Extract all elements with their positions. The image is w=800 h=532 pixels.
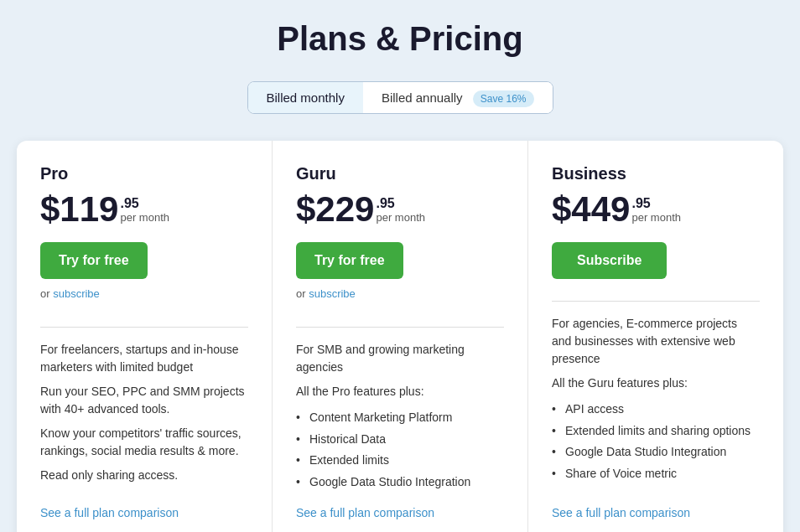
- price-row-pro: $119 .95 per month: [40, 192, 248, 227]
- price-main-guru: $229: [296, 192, 374, 227]
- plan-card-business: Business $449 .95 per month Subscribe Fo…: [528, 141, 783, 532]
- try-free-button-guru[interactable]: Try for free: [296, 242, 403, 279]
- billing-annually-button[interactable]: Billed annually Save 16%: [363, 82, 553, 113]
- price-cents-guru: .95: [376, 195, 425, 211]
- or-subscribe-pro: or subscribe: [40, 287, 248, 300]
- divider-pro: [40, 327, 248, 328]
- list-item: Google Data Studio Integration: [552, 442, 760, 463]
- plan-name-guru: Guru: [296, 164, 504, 183]
- list-item: Content Marketing Platform: [296, 407, 504, 429]
- plan-desc-pro-1: Run your SEO, PPC and SMM projects with …: [40, 383, 248, 418]
- list-item: Extended limits and sharing options: [552, 421, 760, 442]
- price-period-pro: per month: [120, 211, 169, 225]
- divider-business: [552, 301, 760, 302]
- list-item: API access: [552, 399, 760, 421]
- see-full-link-guru[interactable]: See a full plan comparison: [296, 506, 504, 519]
- list-item: Share of Voice metric: [552, 463, 760, 485]
- subscribe-link-pro[interactable]: subscribe: [53, 287, 100, 300]
- plan-desc-business-1: All the Guru features plus:: [552, 374, 760, 392]
- or-subscribe-guru: or subscribe: [296, 287, 504, 300]
- plan-desc-guru-1: All the Pro features plus:: [296, 383, 504, 400]
- save-badge: Save 16%: [473, 90, 534, 107]
- list-item: Google Data Studio Integration: [296, 472, 504, 493]
- billing-monthly-button[interactable]: Billed monthly: [248, 82, 363, 113]
- plan-name-pro: Pro: [40, 164, 248, 183]
- feature-list-guru: Content Marketing Platform Historical Da…: [296, 407, 504, 493]
- list-item: Extended limits: [296, 450, 504, 472]
- plan-desc-pro-0: For freelancers, startups and in-house m…: [40, 341, 248, 376]
- list-item: Historical Data: [296, 429, 504, 451]
- plan-desc-pro-2: Know your competitors' traffic sources, …: [40, 425, 248, 460]
- plan-name-business: Business: [552, 164, 760, 183]
- subscribe-button-business[interactable]: Subscribe: [552, 242, 667, 279]
- plan-desc-pro-3: Read only sharing access.: [40, 467, 248, 484]
- plan-desc-guru-0: For SMB and growing marketing agencies: [296, 341, 504, 376]
- price-main-business: $449: [552, 192, 630, 227]
- see-full-link-business[interactable]: See a full plan comparison: [552, 506, 760, 519]
- page-title: Plans & Pricing: [277, 20, 522, 58]
- price-row-guru: $229 .95 per month: [296, 192, 504, 227]
- plan-card-guru: Guru $229 .95 per month Try for free or …: [273, 141, 528, 532]
- try-free-button-pro[interactable]: Try for free: [40, 242, 148, 279]
- plan-desc-business-0: For agencies, E-commerce projects and bu…: [552, 315, 760, 368]
- see-full-link-pro[interactable]: See a full plan comparison: [40, 506, 248, 519]
- price-cents-business: .95: [631, 195, 681, 211]
- price-cents-pro: .95: [120, 195, 169, 211]
- divider-guru: [296, 327, 504, 328]
- price-period-business: per month: [631, 211, 681, 225]
- billing-annually-label: Billed annually: [382, 90, 463, 105]
- subscribe-link-guru[interactable]: subscribe: [309, 287, 356, 300]
- billing-toggle: Billed monthly Billed annually Save 16%: [247, 81, 553, 114]
- plans-container: Pro $119 .95 per month Try for free or s…: [17, 141, 783, 532]
- price-main-pro: $119: [40, 192, 118, 227]
- plan-card-pro: Pro $119 .95 per month Try for free or s…: [17, 141, 273, 532]
- price-period-guru: per month: [376, 211, 425, 225]
- price-row-business: $449 .95 per month: [552, 192, 760, 227]
- feature-list-business: API access Extended limits and sharing o…: [552, 399, 760, 484]
